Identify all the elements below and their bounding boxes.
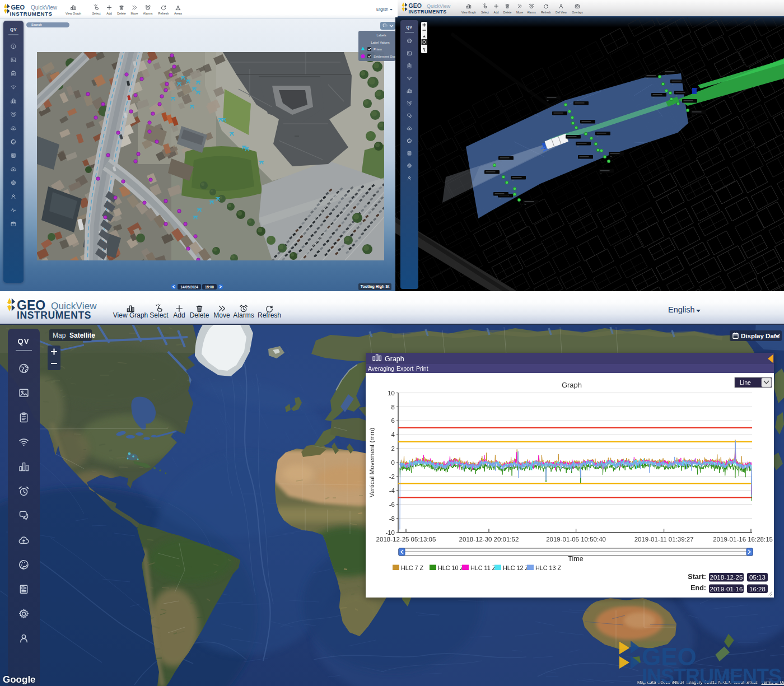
svg-text:QV: QV: [18, 337, 30, 346]
svg-text:Delete: Delete: [190, 311, 209, 319]
svg-text:Move: Move: [130, 12, 138, 15]
svg-text:INSTRUMENTS: INSTRUMENTS: [642, 665, 781, 686]
svg-text:Display Date: Display Date: [741, 333, 780, 339]
svg-text:16:28: 16:28: [749, 586, 766, 592]
svg-text:2019-01-16: 2019-01-16: [710, 586, 743, 592]
svg-text:Label Values: Label Values: [371, 41, 389, 44]
svg-text:2019-01-16 16:28:15: 2019-01-16 16:28:15: [713, 536, 773, 543]
svg-text:Add: Add: [173, 311, 185, 319]
svg-text:Labels: Labels: [376, 34, 386, 37]
svg-text:QV: QV: [10, 27, 17, 32]
svg-text:Time: Time: [568, 555, 583, 563]
svg-text:Start:: Start:: [688, 573, 706, 581]
svg-text:-6: -6: [389, 501, 395, 508]
svg-text:2: 2: [391, 445, 395, 452]
svg-text:View Graph: View Graph: [113, 311, 148, 319]
svg-text:View Graph: View Graph: [66, 12, 81, 15]
svg-text:Alarms: Alarms: [143, 12, 153, 15]
svg-text:-4: -4: [389, 487, 395, 494]
svg-text:English: English: [668, 305, 695, 314]
svg-text:05:13: 05:13: [749, 574, 766, 581]
svg-text:INSTRUMENTS: INSTRUMENTS: [10, 11, 53, 17]
svg-text:2018-12-25: 2018-12-25: [710, 574, 743, 581]
svg-text:2019-01-05 10:50:40: 2019-01-05 10:50:40: [546, 536, 606, 543]
svg-text:QV: QV: [407, 25, 413, 30]
svg-text:2018-12-30 20:01:52: 2018-12-30 20:01:52: [459, 536, 519, 543]
svg-text:15:00: 15:00: [205, 285, 214, 289]
svg-text:Select: Select: [92, 12, 101, 15]
svg-text:0: 0: [391, 459, 395, 466]
svg-text:Areas: Areas: [174, 12, 182, 15]
svg-text:Line: Line: [740, 379, 751, 386]
svg-text:Settlement Stud: Settlement Stud: [374, 55, 395, 58]
svg-text:QuickView: QuickView: [31, 4, 58, 11]
svg-text:2019-01-11 01:39:27: 2019-01-11 01:39:27: [634, 536, 694, 543]
svg-text:Export: Export: [396, 365, 413, 372]
svg-text:Refresh: Refresh: [258, 311, 281, 319]
svg-text:-2: -2: [389, 473, 395, 480]
svg-text:English: English: [376, 7, 388, 12]
svg-text:HLC 13 Z: HLC 13 Z: [535, 564, 562, 571]
svg-text:HLC 11 Z: HLC 11 Z: [470, 564, 496, 571]
svg-text:HLC 10 Z: HLC 10 Z: [438, 564, 464, 571]
svg-text:Add: Add: [106, 12, 112, 15]
svg-text:Move: Move: [213, 311, 230, 319]
svg-text:Delete: Delete: [117, 12, 126, 15]
svg-text:8: 8: [391, 404, 395, 410]
svg-text:Vertical Movement (mm): Vertical Movement (mm): [368, 428, 375, 498]
svg-text:Graph: Graph: [562, 381, 582, 389]
svg-text:Prism: Prism: [374, 48, 382, 51]
svg-text:Alarms: Alarms: [233, 311, 254, 319]
svg-text:6: 6: [391, 417, 395, 424]
svg-text:INSTRUMENTS: INSTRUMENTS: [17, 310, 91, 321]
svg-text:2018-12-25 05:13:05: 2018-12-25 05:13:05: [376, 536, 436, 543]
svg-text:QuickView: QuickView: [51, 301, 97, 311]
svg-text:4: 4: [391, 431, 395, 438]
svg-text:10: 10: [388, 390, 395, 396]
svg-text:End:: End:: [690, 584, 706, 592]
svg-text:HLC 12 Z: HLC 12 Z: [503, 564, 529, 571]
svg-text:Refresh: Refresh: [158, 12, 169, 15]
svg-text:-10: -10: [385, 529, 395, 536]
svg-text:HLC 7 Z: HLC 7 Z: [401, 564, 424, 571]
svg-text:Graph: Graph: [385, 355, 404, 363]
svg-text:14/05/2024: 14/05/2024: [180, 285, 198, 289]
svg-text:GEO: GEO: [11, 4, 25, 11]
svg-text:-8: -8: [389, 515, 395, 522]
svg-text:Print: Print: [416, 365, 428, 372]
svg-text:Select: Select: [150, 311, 169, 319]
svg-text:Averaging: Averaging: [368, 365, 394, 372]
